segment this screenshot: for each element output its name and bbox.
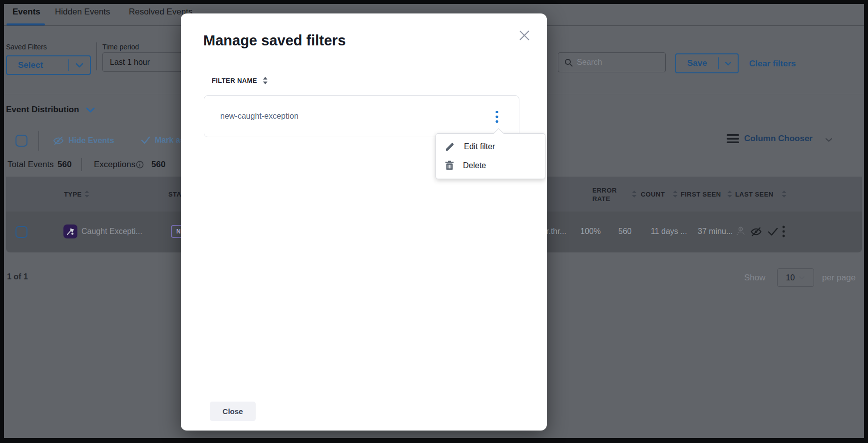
page-info: 1 of 1 bbox=[7, 272, 28, 281]
info-icon[interactable] bbox=[136, 161, 144, 169]
row-checkbox[interactable] bbox=[15, 226, 27, 238]
modal-close-icon[interactable] bbox=[514, 25, 534, 45]
saved-filters-select-value: Select bbox=[18, 60, 68, 70]
row-resolve-check-icon[interactable] bbox=[768, 227, 778, 236]
bulk-actions-divider bbox=[38, 131, 39, 151]
col-header-first-seen[interactable]: FIRST SEEN bbox=[681, 191, 721, 198]
sort-icon-error-rate[interactable] bbox=[631, 190, 637, 198]
page-size-value: 10 bbox=[786, 273, 795, 282]
sort-icon-type[interactable] bbox=[84, 190, 90, 198]
saved-filter-kebab-icon[interactable] bbox=[489, 108, 505, 126]
check-icon bbox=[141, 136, 150, 144]
save-button[interactable]: Save bbox=[675, 53, 739, 73]
row-source: r.thr... bbox=[546, 227, 566, 236]
edit-filter-label: Edit filter bbox=[464, 142, 495, 151]
modal-title: Manage saved filters bbox=[203, 32, 346, 49]
search-icon bbox=[564, 58, 573, 67]
select-all-checkbox[interactable] bbox=[15, 135, 27, 147]
row-first-seen: 11 days ... bbox=[651, 227, 687, 236]
edit-filter-menu-item[interactable]: Edit filter bbox=[436, 137, 545, 156]
total-events-label: Total Events bbox=[7, 160, 54, 170]
col-header-count[interactable]: COUNT bbox=[641, 191, 665, 198]
clear-filters-link[interactable]: Clear filters bbox=[749, 59, 796, 69]
filter-group-divider bbox=[96, 42, 97, 70]
assign-user-icon[interactable] bbox=[736, 226, 746, 237]
screen: Events Hidden Events Resolved Events Sav… bbox=[0, 0, 868, 443]
col-header-error-rate[interactable]: ERROR RATE bbox=[592, 186, 618, 203]
row-kebab-menu-icon[interactable] bbox=[782, 225, 785, 237]
event-distribution-chevron-icon[interactable] bbox=[86, 107, 95, 113]
column-chooser-icon bbox=[727, 134, 739, 144]
saved-filters-select[interactable]: Select bbox=[6, 55, 91, 75]
per-page-label: per page bbox=[822, 273, 856, 283]
manage-saved-filters-modal: Manage saved filters FILTER NAME new-cau… bbox=[181, 13, 547, 431]
page-size-chevron-icon bbox=[799, 276, 805, 280]
saved-filter-name: new-caught-exception bbox=[220, 112, 299, 121]
saved-filters-label: Saved Filters bbox=[6, 43, 47, 51]
column-chooser-chevron-icon[interactable] bbox=[825, 138, 833, 142]
chevron-down-icon bbox=[69, 63, 90, 68]
sort-icon-first-seen[interactable] bbox=[727, 190, 733, 198]
exceptions-label: Exceptions bbox=[94, 160, 135, 170]
modal-close-button[interactable]: Close bbox=[210, 402, 256, 421]
active-tab-underline bbox=[6, 23, 45, 25]
mark-as-button[interactable]: Mark as bbox=[141, 136, 185, 145]
col-header-type[interactable]: TYPE bbox=[64, 191, 82, 198]
time-period-label: Time period bbox=[102, 43, 139, 51]
mark-as-label: Mark as bbox=[155, 136, 185, 145]
row-last-seen: 37 minu... bbox=[698, 227, 733, 236]
filter-name-column-header[interactable]: FILTER NAME bbox=[212, 76, 268, 85]
row-hide-eye-slash-icon[interactable] bbox=[750, 226, 762, 237]
search-input[interactable] bbox=[577, 53, 665, 72]
sort-icon-count[interactable] bbox=[672, 190, 678, 198]
row-type-label[interactable]: Caught Excepti... bbox=[81, 227, 142, 236]
saved-filter-row: new-caught-exception bbox=[204, 95, 519, 137]
col-header-last-seen[interactable]: LAST SEEN bbox=[735, 191, 774, 198]
show-label: Show bbox=[744, 273, 766, 283]
pencil-icon bbox=[445, 142, 455, 152]
sort-icon-last-seen[interactable] bbox=[781, 190, 787, 198]
search-box bbox=[558, 52, 666, 72]
row-error-rate: 100% bbox=[580, 227, 601, 236]
trash-icon bbox=[445, 161, 454, 171]
filter-name-header-label: FILTER NAME bbox=[212, 77, 257, 84]
time-period-input[interactable]: Last 1 hour bbox=[102, 52, 185, 72]
delete-menu-item[interactable]: Delete bbox=[436, 156, 545, 175]
saved-filter-context-menu: Edit filter Delete bbox=[435, 133, 545, 179]
tab-events[interactable]: Events bbox=[12, 7, 40, 17]
row-count: 560 bbox=[618, 227, 632, 236]
event-distribution-title: Event Distribution bbox=[6, 105, 79, 115]
summary-divider bbox=[81, 158, 82, 171]
time-period-value: Last 1 hour bbox=[110, 58, 150, 67]
tab-hidden-events[interactable]: Hidden Events bbox=[55, 7, 110, 17]
exceptions-value: 560 bbox=[151, 160, 165, 170]
save-chevron-down-icon[interactable] bbox=[719, 61, 738, 66]
delete-label: Delete bbox=[463, 161, 486, 170]
total-events-value: 560 bbox=[57, 160, 71, 170]
eye-slash-icon bbox=[53, 136, 64, 146]
save-button-label: Save bbox=[687, 58, 718, 68]
sort-icon-filter-name[interactable] bbox=[262, 76, 268, 85]
page-size-select[interactable]: 10 bbox=[777, 268, 814, 287]
hide-events-button[interactable]: Hide Events bbox=[53, 136, 114, 146]
caught-exception-type-icon bbox=[63, 224, 77, 238]
hide-events-label: Hide Events bbox=[68, 136, 114, 145]
column-chooser-label[interactable]: Column Chooser bbox=[744, 134, 813, 144]
